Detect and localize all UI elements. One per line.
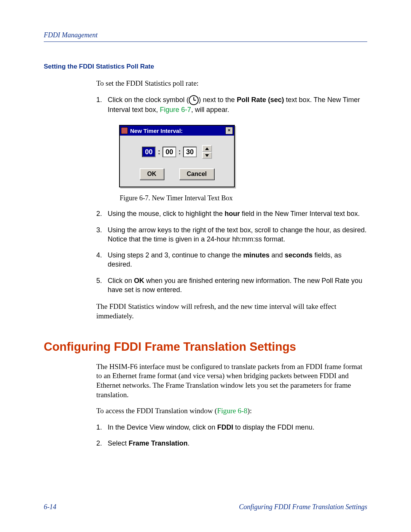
running-header: FDDI Management xyxy=(44,31,367,42)
figure-caption: Figure 6-7. New Timer Interval Text Box xyxy=(119,194,233,202)
body-paragraph-1: The HSIM-F6 interface must be configured… xyxy=(96,362,367,400)
step-3: Using the arrow keys to the right of the… xyxy=(108,225,367,244)
footer-section-title: Configuring FDDI Frame Translation Setti… xyxy=(239,503,367,511)
ok-button[interactable]: OK xyxy=(140,168,164,180)
spinner-up-button[interactable] xyxy=(202,145,212,152)
chevron-up-icon xyxy=(205,147,209,150)
clock-icon xyxy=(189,95,199,105)
step-number: 2. xyxy=(96,439,108,448)
figure-link-6-8[interactable]: Figure 6-8 xyxy=(217,407,247,415)
page-footer: 6-14 Configuring FDDI Frame Translation … xyxy=(44,503,367,511)
colon-separator: : xyxy=(178,148,182,156)
dialog-titlebar: New Timer Interval: × xyxy=(120,126,234,136)
seconds-field[interactable]: 30 xyxy=(183,147,197,157)
step-4: Using steps 2 and 3, continue to change … xyxy=(108,251,367,269)
dialog-title: New Timer Interval: xyxy=(130,128,225,134)
time-input-row: 00 : 00 : 30 xyxy=(127,145,227,159)
step-number: 4. xyxy=(96,251,108,269)
body-paragraph-2: To access the FDDI Translation window (F… xyxy=(96,406,367,416)
close-icon[interactable]: × xyxy=(225,127,233,134)
step-1: Click on the clock symbol () next to the… xyxy=(108,95,367,115)
colon-separator: : xyxy=(157,148,161,156)
heading-configuring: Configuring FDDI Frame Translation Setti… xyxy=(44,340,367,354)
intro-text: To set the FDDI Statistics poll rate: xyxy=(96,79,367,88)
hours-field[interactable]: 00 xyxy=(142,147,156,157)
subheading: Setting the FDDI Statistics Poll Rate xyxy=(44,63,367,70)
step-number: 5. xyxy=(96,276,108,295)
page: FDDI Management Setting the FDDI Statist… xyxy=(0,0,411,532)
time-spinner xyxy=(202,145,212,159)
cancel-button[interactable]: Cancel xyxy=(179,168,214,180)
step-number: 1. xyxy=(96,95,108,115)
spinner-down-button[interactable] xyxy=(202,152,212,159)
step-2: Using the mouse, click to highlight the … xyxy=(108,209,367,218)
step-number: 3. xyxy=(96,225,108,244)
step-number: 2. xyxy=(96,209,108,218)
step-5: Click on OK when you are finished enteri… xyxy=(108,276,367,295)
system-menu-icon[interactable] xyxy=(121,127,128,134)
minutes-field[interactable]: 00 xyxy=(162,147,176,157)
page-number: 6-14 xyxy=(44,503,56,511)
access-step-1: In the Device View window, click on FDDI… xyxy=(108,423,367,432)
figure-link-6-7[interactable]: Figure 6-7 xyxy=(160,106,191,113)
chevron-down-icon xyxy=(205,154,209,157)
after-steps-text: The FDDI Statistics window will refresh,… xyxy=(96,302,367,321)
figure-6-7: New Timer Interval: × 00 : 00 : 30 xyxy=(119,125,367,187)
new-timer-dialog: New Timer Interval: × 00 : 00 : 30 xyxy=(119,125,235,187)
access-step-2: Select Frame Translation. xyxy=(108,439,367,448)
step-number: 1. xyxy=(96,423,108,432)
